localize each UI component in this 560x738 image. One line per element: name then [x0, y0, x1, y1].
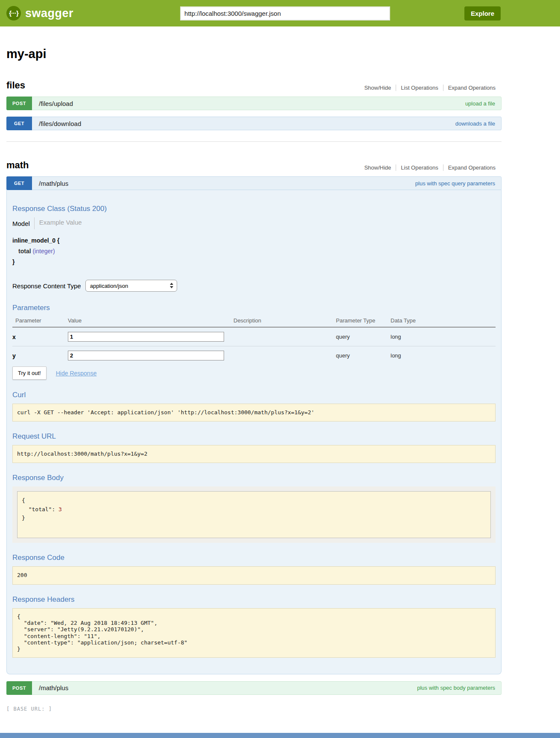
col-description: Description [233, 316, 336, 327]
method-badge-get: GET [6, 117, 32, 130]
response-headers-heading: Response Headers [12, 595, 496, 604]
parameters-heading: Parameters [12, 304, 496, 312]
top-header-bar: {···} swagger Explore [0, 0, 560, 26]
swagger-logo[interactable]: {···} swagger [6, 6, 73, 20]
response-body-wrapper: { "total": 3 } [12, 486, 496, 543]
response-content-type-row: Response Content Type application/json [12, 280, 496, 292]
param-type: query [336, 327, 391, 346]
main-content: my-api files Show/Hide List Operations E… [6, 47, 502, 712]
endpoint-path[interactable]: /math/plus [39, 682, 68, 694]
try-it-out-button[interactable]: Try it out! [12, 366, 47, 380]
show-hide-link[interactable]: Show/Hide [359, 164, 396, 171]
expand-operations-link[interactable]: Expand Operations [443, 164, 496, 171]
method-badge-post: POST [6, 681, 32, 695]
response-code-value: 200 [12, 566, 496, 584]
request-url-value: http://localhost:3000/math/plus?x=1&y=2 [12, 445, 496, 463]
response-content-type-select-wrapper[interactable]: application/json [85, 280, 177, 292]
json-number-value: 3 [58, 506, 62, 512]
math-section-controls: Show/Hide List Operations Expand Operati… [359, 164, 496, 171]
parameter-row-x: x query long [12, 327, 496, 346]
model-close-brace: } [12, 258, 496, 265]
model-property-name: total [18, 248, 31, 255]
swagger-braces-icon: {···} [6, 6, 21, 20]
section-head-math: math Show/Hide List Operations Expand Op… [6, 160, 502, 171]
endpoint-summary[interactable]: downloads a file [455, 117, 495, 130]
base-url-footer: [ BASE URL: ] [6, 706, 502, 712]
col-data-type: Data Type [391, 316, 496, 327]
response-code-heading: Response Code [12, 554, 496, 562]
response-headers-json: { "date": "Wed, 22 Aug 2018 18:49:13 GMT… [12, 608, 496, 658]
files-section-controls: Show/Hide List Operations Expand Operati… [359, 85, 496, 91]
model-property-type: (integer) [32, 248, 55, 255]
page-title: my-api [6, 47, 502, 61]
bottom-footer-strip [0, 733, 560, 738]
param-x-input[interactable] [68, 332, 224, 342]
parameter-row-y: y query long [12, 346, 496, 365]
endpoint-post-math-plus[interactable]: POST /math/plus plus with spec body para… [6, 681, 502, 695]
section-head-files: files Show/Hide List Operations Expand O… [6, 80, 502, 91]
endpoint-summary[interactable]: upload a file [465, 97, 495, 110]
select-arrows-icon [170, 283, 173, 288]
param-type: query [336, 346, 391, 365]
param-data-type: long [391, 327, 496, 346]
response-class-tabs: Model Example Value [12, 217, 496, 229]
try-it-out-row: Try it out! Hide Response [12, 366, 496, 380]
response-body-heading: Response Body [12, 474, 496, 482]
response-body-json: { "total": 3 } [17, 491, 491, 538]
expand-operations-link[interactable]: Expand Operations [443, 85, 496, 91]
response-content-type-select[interactable]: application/json [90, 283, 166, 289]
method-badge-post: POST [6, 97, 32, 110]
curl-heading: Curl [12, 391, 496, 399]
param-name: x [12, 327, 68, 346]
show-hide-link[interactable]: Show/Hide [359, 85, 396, 91]
method-badge-get: GET [6, 176, 32, 190]
endpoint-path[interactable]: /files/download [39, 117, 81, 130]
list-operations-link[interactable]: List Operations [396, 85, 443, 91]
explore-button[interactable]: Explore [464, 6, 501, 20]
tab-model[interactable]: Model [12, 220, 34, 227]
endpoint-path[interactable]: /files/upload [39, 97, 73, 110]
operation-panel: Response Class (Status 200) Model Exampl… [6, 190, 502, 674]
col-value: Value [68, 316, 233, 327]
endpoint-post-files-upload[interactable]: POST /files/upload upload a file [6, 97, 502, 110]
section-title-files[interactable]: files [6, 80, 25, 91]
curl-command: curl -X GET --header 'Accept: applicatio… [12, 404, 496, 422]
endpoint-path[interactable]: /math/plus [39, 177, 68, 190]
section-divider [6, 141, 502, 142]
endpoint-get-math-plus[interactable]: GET /math/plus plus with spec query para… [6, 176, 502, 190]
section-title-math[interactable]: math [6, 160, 29, 171]
endpoint-get-files-download[interactable]: GET /files/download downloads a file [6, 117, 502, 130]
param-name: y [12, 346, 68, 365]
model-property: total (integer) [18, 248, 496, 255]
list-operations-link[interactable]: List Operations [396, 164, 443, 171]
param-data-type: long [391, 346, 496, 365]
tab-example-value[interactable]: Example Value [34, 217, 82, 229]
model-signature: inline_model_0 { total (integer) } [12, 237, 496, 265]
col-parameter: Parameter [12, 316, 68, 327]
brand-name: swagger [25, 7, 73, 20]
response-content-type-label: Response Content Type [12, 282, 81, 290]
parameters-table: Parameter Value Description Parameter Ty… [12, 316, 496, 365]
parameters-header-row: Parameter Value Description Parameter Ty… [12, 316, 496, 327]
request-url-heading: Request URL [12, 432, 496, 441]
endpoint-summary[interactable]: plus with spec query parameters [415, 177, 495, 190]
hide-response-link[interactable]: Hide Response [56, 370, 97, 377]
model-name: inline_model_0 { [12, 237, 496, 244]
param-description [233, 346, 336, 365]
param-y-input[interactable] [68, 351, 224, 360]
response-class-heading: Response Class (Status 200) [12, 205, 496, 213]
col-parameter-type: Parameter Type [336, 316, 391, 327]
header-inner: {···} swagger Explore [6, 6, 502, 20]
param-description [233, 327, 336, 346]
endpoint-summary[interactable]: plus with spec body parameters [417, 682, 495, 694]
spec-url-input[interactable] [180, 6, 390, 20]
